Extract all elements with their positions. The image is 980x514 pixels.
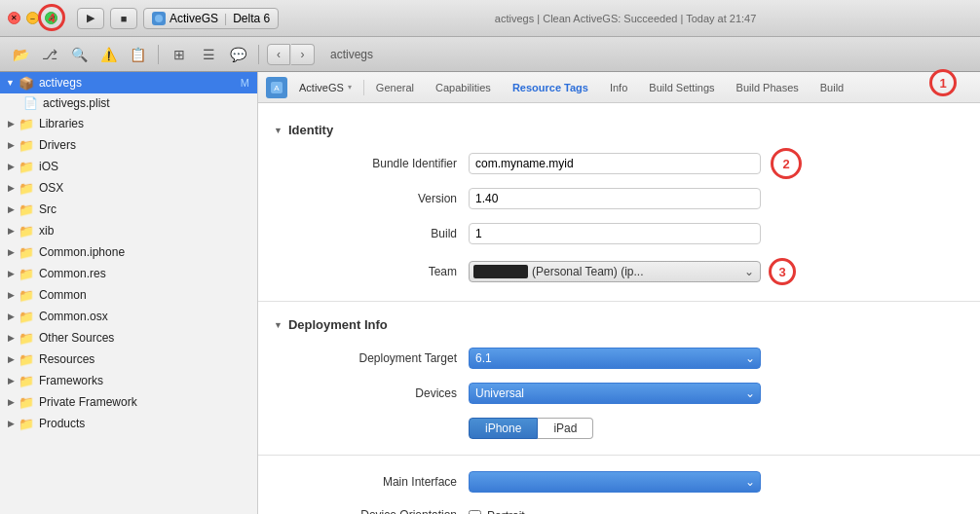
source-control-icon[interactable]: ⎇ <box>37 42 62 67</box>
sidebar-item-common-res[interactable]: ▶ 📁 Common.res <box>0 263 257 284</box>
team-row: Team (Personal Team) (ip... 3 <box>258 254 980 289</box>
annotation-2: 2 <box>771 148 802 179</box>
titlebar-controls: ▶ ■ ActiveGS | Delta 6 <box>77 8 279 29</box>
tab-build[interactable]: Build <box>810 78 853 97</box>
devices-select[interactable]: Universal <box>469 383 761 404</box>
close-button[interactable]: ✕ <box>8 12 20 24</box>
common-toggle: ▶ <box>8 290 15 300</box>
sidebar-item-other-sources[interactable]: ▶ 📁 Other Sources <box>0 327 257 349</box>
version-input[interactable] <box>469 188 761 209</box>
stop-button[interactable]: ■ <box>110 8 137 29</box>
osx-toggle: ▶ <box>8 183 15 193</box>
tab-resource-tags[interactable]: Resource Tags <box>503 78 598 97</box>
sidebar-root-badge: M <box>241 77 249 89</box>
deployment-target-select-wrapper: 6.1 <box>469 348 761 369</box>
maximize-button[interactable]: ↗ <box>45 12 57 24</box>
iphone-button[interactable]: iPhone <box>469 418 538 439</box>
traffic-lights: ✕ – ↗ 4 <box>8 12 57 24</box>
identity-toggle[interactable]: ▼ <box>274 126 283 135</box>
private-framework-icon: 📁 <box>19 395 34 410</box>
grid-icon[interactable]: ⊞ <box>167 42 192 67</box>
common-icon: 📁 <box>19 288 34 303</box>
tab-build-phases[interactable]: Build Phases <box>727 78 809 97</box>
sidebar-item-common-iphone[interactable]: ▶ 📁 Common.iphone <box>0 241 257 263</box>
sidebar-item-common-osx[interactable]: ▶ 📁 Common.osx <box>0 306 257 327</box>
sidebar-item-osx[interactable]: ▶ 📁 OSX <box>0 177 257 199</box>
status-text: activegs | Clean ActiveGS: Succeeded | T… <box>495 13 756 24</box>
toolbar-separator-2 <box>258 45 259 64</box>
portrait-checkbox[interactable] <box>469 510 481 515</box>
main-content: ▼ 📦 activegs M 1 📄 activegs.plist ▶ 📁 Li… <box>0 72 980 514</box>
libraries-toggle: ▶ <box>8 119 15 128</box>
target-selector[interactable]: ActiveGS ▾ <box>289 78 361 97</box>
nav-arrows: ‹ › <box>267 44 315 65</box>
sidebar-root-icon: 📦 <box>19 76 34 91</box>
team-select[interactable]: (Personal Team) (ip... <box>469 261 761 282</box>
list-icon[interactable]: ☰ <box>196 42 221 67</box>
run-button[interactable]: ▶ <box>77 8 104 29</box>
sidebar-item-frameworks[interactable]: ▶ 📁 Frameworks <box>0 370 257 391</box>
message-icon[interactable]: 💬 <box>225 42 250 67</box>
identity-title: Identity <box>288 123 333 137</box>
deployment-divider <box>258 455 980 456</box>
drivers-toggle: ▶ <box>8 140 15 150</box>
device-buttons-row: iPhone iPad <box>258 414 980 443</box>
device-orientation-label: Device Orientation <box>274 506 469 514</box>
folder-open-icon[interactable]: 📂 <box>8 42 33 67</box>
orientation-checkboxes: Portrait Upside Down Landscape Left <box>469 506 590 514</box>
common-res-label: Common.res <box>39 267 106 280</box>
scheme-selector[interactable]: ActiveGS | Delta 6 <box>143 8 279 29</box>
team-label: Team <box>274 265 469 278</box>
bundle-label: Bundle Identifier <box>274 157 469 170</box>
nav-back-button[interactable]: ‹ <box>267 44 290 65</box>
deployment-target-row: Deployment Target 6.1 <box>258 344 980 373</box>
xib-icon: 📁 <box>19 224 34 239</box>
sidebar-item-libraries[interactable]: ▶ 📁 Libraries <box>0 113 257 134</box>
sidebar-item-resources[interactable]: ▶ 📁 Resources <box>0 349 257 370</box>
deployment-section-header: ▼ Deployment Info <box>258 313 980 336</box>
sidebar-item-xib[interactable]: ▶ 📁 xib <box>0 220 257 241</box>
warning-icon[interactable]: ⚠️ <box>95 42 121 67</box>
sidebar-item-products[interactable]: ▶ 📁 Products <box>0 413 257 434</box>
version-row: Version <box>258 184 980 213</box>
minimize-button[interactable]: – <box>26 12 39 24</box>
sidebar-root-label: activegs <box>39 76 82 90</box>
tab-build-settings[interactable]: Build Settings <box>639 78 724 97</box>
main-interface-select[interactable] <box>469 471 761 493</box>
other-sources-toggle: ▶ <box>8 333 15 343</box>
sidebar-item-private-framework[interactable]: ▶ 📁 Private Framework <box>0 391 257 413</box>
deployment-toggle[interactable]: ▼ <box>274 320 283 330</box>
frameworks-icon: 📁 <box>19 374 34 388</box>
main-interface-select-wrapper <box>469 471 761 493</box>
sidebar-item-plist[interactable]: 📄 activegs.plist <box>0 93 257 113</box>
search-icon[interactable]: 🔍 <box>66 42 92 67</box>
sidebar-root-toggle: ▼ <box>6 78 15 88</box>
sidebar-item-ios[interactable]: ▶ 📁 iOS <box>0 156 257 177</box>
ipad-button[interactable]: iPad <box>538 418 593 439</box>
other-sources-label: Other Sources <box>39 331 114 345</box>
common-osx-toggle: ▶ <box>8 312 15 321</box>
bundle-input[interactable] <box>469 153 761 174</box>
private-framework-toggle: ▶ <box>8 397 15 407</box>
tab-general[interactable]: General <box>366 78 424 97</box>
libraries-label: Libraries <box>39 117 84 130</box>
main-interface-label: Main Interface <box>274 475 469 489</box>
products-toggle: ▶ <box>8 419 15 428</box>
tab-capabilities[interactable]: Capabilities <box>426 78 501 97</box>
sidebar-root-item[interactable]: ▼ 📦 activegs M 1 <box>0 72 257 93</box>
tab-info[interactable]: Info <box>600 78 637 97</box>
issue-icon[interactable]: 📋 <box>125 42 150 67</box>
portrait-label: Portrait <box>487 509 525 514</box>
frameworks-label: Frameworks <box>39 374 103 387</box>
build-input[interactable] <box>469 223 761 244</box>
common-iphone-icon: 📁 <box>19 245 34 260</box>
deployment-target-select[interactable]: 6.1 <box>469 348 761 369</box>
sidebar-item-common[interactable]: ▶ 📁 Common <box>0 284 257 306</box>
osx-icon: 📁 <box>19 181 34 196</box>
nav-forward-button[interactable]: › <box>291 44 315 65</box>
portrait-option[interactable]: Portrait <box>469 506 590 514</box>
common-iphone-toggle: ▶ <box>8 247 15 257</box>
sidebar-item-src[interactable]: ▶ 📁 Src <box>0 199 257 220</box>
build-row: Build <box>258 219 980 248</box>
sidebar-item-drivers[interactable]: ▶ 📁 Drivers <box>0 134 257 156</box>
